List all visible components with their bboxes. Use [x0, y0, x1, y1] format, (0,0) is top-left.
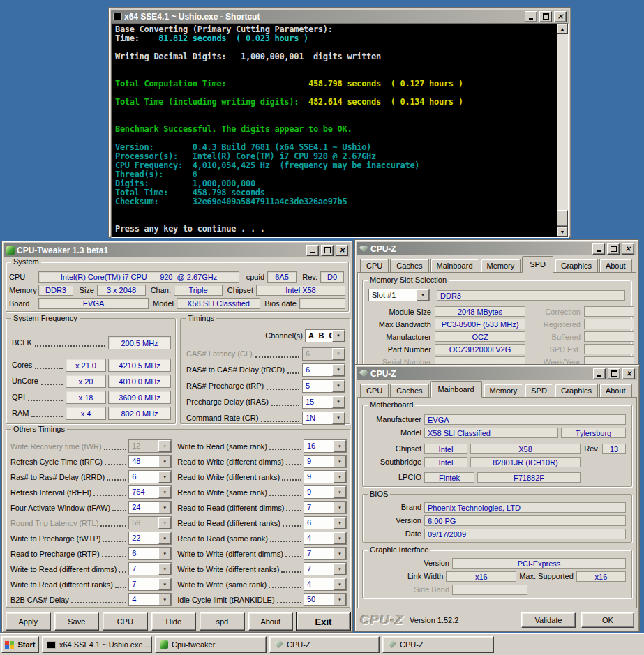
timing-dropdown[interactable]: 16▼	[304, 439, 347, 453]
tab-cpu[interactable]: CPU	[360, 259, 389, 272]
apply-button[interactable]: Apply	[6, 612, 51, 631]
timing-dropdown[interactable]: 50▼	[304, 593, 347, 606]
scrollbar-track[interactable]	[557, 34, 568, 227]
tab-mainboard[interactable]: Mainboard	[430, 259, 479, 272]
command-rate-dropdown[interactable]: 1N ▼	[302, 412, 345, 425]
cpuz-titlebar[interactable]: CPU-Z ×	[357, 242, 636, 255]
trcd-dropdown[interactable]: 6 ▼	[302, 363, 345, 377]
console-line: Total Computation Time: 458.798 seconds …	[115, 80, 557, 89]
tab-spd[interactable]: SPD	[522, 256, 553, 273]
model-field: X58 SLI Classified	[177, 298, 260, 309]
timing-dropdown[interactable]: 764▼	[128, 485, 172, 499]
timing-dropdown[interactable]: 24▼	[128, 501, 172, 514]
scrollbar-thumb[interactable]	[557, 210, 568, 227]
tab-caches[interactable]: Caches	[390, 259, 428, 272]
minimize-button[interactable]	[592, 243, 605, 255]
tab-mainboard[interactable]: Mainboard	[430, 381, 482, 398]
maximize-button[interactable]	[539, 11, 552, 22]
slot-dropdown[interactable]: Slot #1 ▼	[368, 289, 430, 301]
dot-leader	[28, 391, 63, 401]
timing-dropdown[interactable]: 7▼	[128, 578, 172, 591]
timing-dropdown[interactable]: 7▼	[128, 562, 172, 575]
tab-graphics[interactable]: Graphics	[555, 384, 598, 397]
minimize-button[interactable]	[306, 245, 319, 256]
maximize-button[interactable]	[607, 243, 620, 255]
timing-label: Write to Write (different ranks)	[177, 565, 279, 573]
ok-button[interactable]: OK	[581, 612, 634, 628]
hide-button[interactable]: Hide	[151, 612, 197, 631]
mainboard-page: Motherboard Manufacturer EVGA Model X58 …	[357, 397, 637, 608]
cpuz-titlebar[interactable]: CPU-Z ×	[357, 367, 637, 380]
timing-dropdown[interactable]: 9▼	[304, 470, 347, 483]
timing-dropdown[interactable]: 7▼	[304, 562, 347, 575]
spd-button[interactable]: spd	[200, 612, 245, 631]
timing-dropdown[interactable]: 4▼	[304, 532, 347, 545]
dot-leader	[115, 578, 126, 588]
timing-label: Write to Write (same rank)	[177, 580, 267, 589]
timing-dropdown[interactable]: 4▼	[304, 578, 347, 591]
timing-label: B2B CAS# Delay	[10, 596, 69, 604]
tab-about[interactable]: About	[599, 384, 632, 397]
cas-latency-value: 6	[303, 348, 332, 360]
taskbar-item-cpuz-2[interactable]: CPU-Z	[382, 636, 494, 653]
maximize-button[interactable]	[608, 368, 620, 379]
lpcio-model-field: F71882F	[477, 472, 581, 483]
timing-dropdown[interactable]: 48▼	[128, 455, 172, 468]
tab-spd[interactable]: SPD	[525, 384, 553, 397]
cpu-tweaker-titlebar[interactable]: CPU-Tweaker 1.3 beta1 ×	[4, 243, 350, 257]
cpuz-title: CPU-Z	[370, 369, 591, 379]
close-button[interactable]: ×	[622, 368, 635, 379]
start-button[interactable]: Start	[1, 636, 39, 653]
timing-label: Write to Read (same rank)	[177, 442, 267, 451]
validate-button[interactable]: Validate	[521, 612, 576, 628]
timing-dropdown[interactable]: 9▼	[304, 455, 347, 468]
minimize-button[interactable]	[525, 11, 537, 22]
timing-label: Ras# to Ras# Delay (tRRD)	[10, 473, 105, 481]
close-button[interactable]: ×	[622, 243, 634, 255]
scroll-up-icon[interactable]: ▲	[557, 24, 568, 34]
tab-about[interactable]: About	[599, 259, 632, 272]
timing-dropdown[interactable]: 6▼	[128, 547, 172, 560]
chevron-down-icon: ▼	[334, 517, 346, 529]
timing-dropdown[interactable]: 7▼	[304, 501, 347, 514]
scroll-down-icon[interactable]: ▼	[557, 227, 568, 237]
taskbar-item-cpuz-1[interactable]: CPU-Z	[269, 636, 380, 653]
timing-dropdown[interactable]: 4▼	[128, 593, 172, 606]
exit-button[interactable]: Exit	[297, 612, 350, 631]
channels-dropdown[interactable]: A B C ▼	[305, 329, 345, 342]
scrollbar[interactable]: ▲ ▼	[557, 24, 568, 237]
timing-label: Idle Cycle limit (tRANKIDLE)	[177, 596, 274, 604]
close-button[interactable]: ×	[554, 11, 567, 22]
buffered-label: Buffered	[529, 333, 581, 341]
console-line: Total Time (including writing digits): 4…	[115, 98, 557, 107]
close-button[interactable]: ×	[336, 245, 348, 256]
tab-caches[interactable]: Caches	[390, 384, 428, 397]
tab-memory[interactable]: Memory	[484, 384, 524, 397]
taskbar: Start x64 SSE4.1 ~ Ushio.exe ... Cpu-twe…	[0, 633, 644, 655]
about-button[interactable]: About	[248, 612, 294, 631]
tab-graphics[interactable]: Graphics	[555, 259, 598, 272]
taskbar-item-cpu-tweaker[interactable]: Cpu-tweaker	[155, 636, 267, 653]
registered-field	[584, 319, 634, 329]
dot-leader	[261, 412, 299, 422]
timing-dropdown[interactable]: 7▼	[304, 547, 347, 560]
console-titlebar[interactable]: x64 SSE4.1 ~ Ushio.exe - Shortcut ×	[111, 10, 569, 23]
dot-leader	[71, 594, 126, 603]
cpu-button[interactable]: CPU	[103, 612, 148, 631]
timing-dropdown[interactable]: 22▼	[128, 532, 172, 545]
cpuz-spd-tabbar: CPU Caches Mainboard Memory SPD Graphics…	[357, 255, 636, 272]
minimize-button[interactable]	[593, 368, 606, 379]
spd-ext-field	[584, 344, 634, 354]
taskbar-item-console[interactable]: x64 SSE4.1 ~ Ushio.exe ...	[42, 636, 152, 653]
timing-dropdown[interactable]: 9▼	[304, 485, 347, 499]
timing-dropdown[interactable]: 6▼	[128, 470, 172, 483]
maximize-button[interactable]	[321, 245, 334, 256]
tab-cpu[interactable]: CPU	[360, 384, 389, 397]
timing-dropdown[interactable]: 6▼	[304, 516, 347, 529]
tras-dropdown[interactable]: 15 ▼	[302, 396, 345, 409]
windows-logo-icon	[5, 641, 14, 649]
tab-memory[interactable]: Memory	[481, 259, 521, 272]
group-legend: BIOS	[368, 490, 390, 499]
save-button[interactable]: Save	[54, 612, 100, 631]
trp-dropdown[interactable]: 5 ▼	[302, 379, 345, 393]
